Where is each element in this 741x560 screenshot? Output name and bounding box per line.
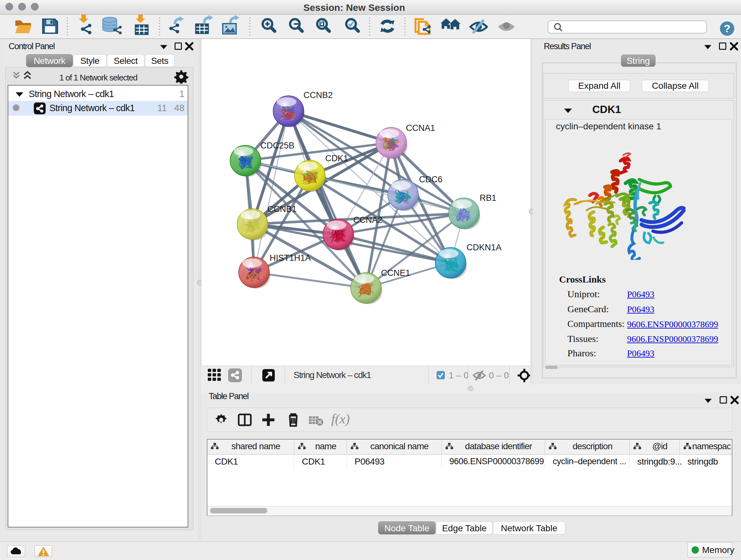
svg-text:RB1: RB1	[480, 193, 496, 203]
svg-text:CCNA1: CCNA1	[406, 123, 435, 133]
svg-text:CCNB1: CCNB1	[267, 204, 297, 214]
svg-text:HIST1H1A: HIST1H1A	[270, 253, 311, 263]
svg-text:CDC25B: CDC25B	[260, 141, 294, 150]
svg-text:CCNB2: CCNB2	[304, 90, 333, 100]
svg-text:CDKN1A: CDKN1A	[467, 243, 502, 252]
svg-text:CCNE1: CCNE1	[381, 268, 410, 278]
svg-text:CDK1: CDK1	[325, 153, 348, 163]
svg-text:CDC6: CDC6	[419, 175, 443, 184]
svg-text:CCNA2: CCNA2	[353, 215, 383, 225]
